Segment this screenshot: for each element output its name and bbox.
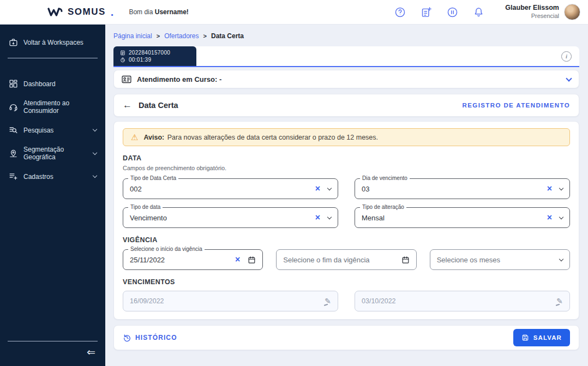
sidebar-item-label: Atendimento ao Consumidor [23, 99, 97, 115]
header-actions [394, 7, 484, 18]
breadcrumb-separator: > [157, 33, 160, 39]
clear-icon[interactable]: × [547, 213, 552, 222]
session-tab-id: 2022840157000 [129, 50, 170, 56]
sidebar-item-dashboard[interactable]: Dashboard [0, 74, 105, 94]
help-icon[interactable] [394, 7, 406, 18]
top-header: SOMUS. Bom dia Username! Glauber Elissom… [0, 0, 588, 25]
page-title: Data Certa [139, 101, 178, 110]
warning-text: Aviso: Para novas alterações de data cer… [143, 134, 378, 141]
calendar-icon[interactable] [401, 256, 410, 264]
session-tab-timer: 00:01:39 [129, 57, 151, 63]
new-note-icon[interactable] [421, 7, 432, 18]
pause-icon[interactable] [447, 7, 458, 18]
salvar-button[interactable]: SALVAR [513, 329, 570, 346]
clear-icon[interactable]: × [235, 255, 240, 264]
field-label: Selecione o início da vigência [128, 246, 205, 252]
field-value: 25/11/2022 [130, 256, 165, 264]
field-label: Dia de vencimento [360, 175, 410, 181]
section-subtitle-data: Campos de preenchimento obrigatório. [123, 165, 570, 171]
user-name: Glauber Elissom [505, 4, 559, 13]
clear-icon[interactable]: × [315, 184, 320, 193]
field-value: 03 [362, 185, 369, 193]
form-footer-bar: HISTÓRICO SALVAR [113, 325, 579, 350]
salvar-label: SALVAR [533, 334, 562, 341]
section-title-vencimentos: VENCIMENTOS [123, 278, 570, 286]
attendance-bar[interactable]: Atendimento em Curso: - [113, 70, 579, 88]
vencimentos-fields-grid: 16/09/2022 ✎ 03/10/2022 ✎ [123, 291, 570, 311]
select-tipo-alteracao[interactable]: Tipo de alteração Mensal × [355, 207, 570, 228]
datepicker-inicio-vigencia[interactable]: Selecione o início da vigência 25/11/202… [123, 249, 263, 270]
session-tab[interactable]: 2022840157000 00:01:39 [113, 46, 196, 66]
logo-dot: . [111, 6, 114, 19]
edit-off-icon: ✎ [556, 297, 563, 305]
field-value: Mensal [362, 214, 385, 222]
warning-icon: ⚠ [131, 133, 138, 141]
section-title-vigencia: VIGÊNCIA [123, 236, 570, 244]
vencimento-field-2: 03/10/2022 ✎ [355, 291, 570, 311]
clear-icon[interactable]: × [315, 213, 320, 222]
warning-bold: Aviso: [143, 134, 164, 141]
field-label: Tipo de data [128, 204, 163, 210]
user-status: Presencial [505, 13, 559, 20]
breadcrumb-link-pagina-inicial[interactable]: Página inicial [113, 32, 152, 40]
sidebar-item-atendimento-consumidor[interactable]: Atendimento ao Consumidor [0, 94, 105, 120]
logo: SOMUS. [47, 6, 113, 19]
breadcrumb-separator: > [203, 33, 207, 39]
somus-logo-icon [47, 7, 63, 17]
chevron-down-icon[interactable] [559, 185, 563, 190]
select-tipo-data[interactable]: Tipo de data Vencimento × [123, 207, 338, 228]
select-meses[interactable]: Selecione os meses [430, 249, 570, 270]
clear-icon[interactable]: × [547, 184, 552, 193]
sidebar-item-cadastros[interactable]: Cadastros [0, 166, 105, 187]
chevron-down-icon[interactable] [559, 214, 563, 219]
sidebar-collapse-icon[interactable]: ⇐ [0, 341, 105, 366]
info-icon[interactable]: i [561, 51, 572, 62]
chevron-down-icon[interactable] [559, 256, 563, 261]
sidebar-item-pesquisas[interactable]: Pesquisas [0, 120, 105, 140]
vigencia-fields-grid: Selecione o início da vigência 25/11/202… [123, 249, 570, 270]
field-label: Tipo de alteração [360, 204, 406, 210]
chevron-down-icon[interactable] [327, 214, 332, 219]
sidebar-divider [8, 58, 98, 58]
sidebar-item-label: Pesquisas [23, 127, 88, 134]
breadcrumb-current: Data Certa [211, 32, 244, 40]
timer-icon [120, 57, 125, 63]
greeting-username: Username! [155, 8, 189, 16]
logo-text: SOMUS [68, 7, 106, 17]
headset-icon [9, 103, 18, 112]
sidebar-item-label: Dashboard [23, 80, 97, 88]
app-window: SOMUS. Bom dia Username! Glauber Elissom… [0, 0, 588, 366]
list-add-icon [9, 172, 18, 181]
historico-button[interactable]: HISTÓRICO [123, 333, 177, 342]
select-tipo-data-certa[interactable]: Tipo de Data Certa 002 × [123, 178, 338, 199]
chevron-down-icon [93, 150, 97, 154]
attendance-label: Atendimento em Curso: - [137, 75, 221, 83]
sidebar-item-voltar-workspaces[interactable]: Voltar à Workspaces [0, 32, 105, 52]
dashboard-icon [9, 79, 18, 88]
bell-icon[interactable] [473, 7, 484, 18]
chevron-down-icon[interactable] [327, 185, 332, 190]
save-icon [521, 334, 529, 341]
select-dia-vencimento[interactable]: Dia de vencimento 03 × [355, 178, 570, 199]
chevron-down-icon [93, 173, 97, 178]
breadcrumb-link-ofertadores[interactable]: Ofertadores [164, 32, 199, 40]
avatar[interactable] [564, 4, 580, 20]
section-title-data: DATA [123, 154, 570, 162]
warning-banner: ⚠ Aviso: Para novas alterações de data c… [123, 128, 570, 146]
history-icon [123, 333, 131, 342]
page-title-bar: ← Data Certa REGISTRO DE ATENDIMENTO [113, 94, 579, 117]
back-arrow-icon[interactable]: ← [123, 100, 132, 111]
field-value: Vencimento [130, 214, 167, 222]
sidebar-item-segmentacao-geografica[interactable]: Segmentação Geográfica [0, 140, 105, 166]
briefcase-icon [9, 38, 18, 47]
field-placeholder: Selecione os meses [437, 256, 500, 264]
edit-off-icon: ✎ [325, 297, 331, 305]
datepicker-fim-vigencia[interactable]: Selecione o fim da vigência [276, 249, 416, 270]
sidebar-item-label: Voltar à Workspaces [23, 39, 97, 46]
search-list-icon [9, 125, 18, 135]
main-content: Página inicial > Ofertadores > Data Cert… [105, 25, 588, 366]
registro-atendimento-link[interactable]: REGISTRO DE ATENDIMENTO [463, 102, 570, 109]
chevron-down-icon[interactable] [566, 75, 572, 81]
calendar-icon[interactable] [248, 256, 256, 264]
data-certa-form-card: ⚠ Aviso: Para novas alterações de data c… [113, 121, 579, 320]
